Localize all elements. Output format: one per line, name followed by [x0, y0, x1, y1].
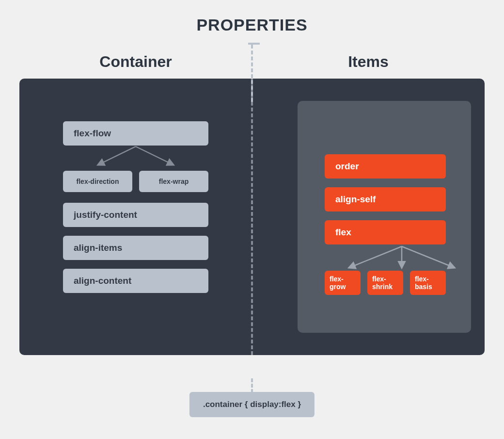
order-pill: order	[325, 154, 446, 179]
flex-direction-pill: flex-direction	[63, 171, 132, 192]
container-column: flex-flow flex-direction flex-wrap justi	[19, 92, 286, 341]
flex-basis-pill: flex-basis	[410, 271, 446, 295]
align-self-pill: align-self	[325, 187, 446, 211]
page-title: PROPERTIES	[0, 0, 504, 34]
flex-grow-pill: flex-grow	[325, 271, 361, 295]
flex-shrink-pill: flex-shrink	[367, 271, 403, 295]
flex-flow-pill: flex-flow	[63, 121, 208, 146]
flex-wrap-pill: flex-wrap	[139, 171, 208, 192]
container-heading: Container	[19, 53, 252, 71]
flex-pill: flex	[325, 220, 446, 244]
divider-mid	[251, 79, 253, 355]
items-column: order align-self flex	[286, 92, 485, 341]
divider-bottom	[251, 378, 253, 393]
align-items-pill: align-items	[63, 236, 208, 260]
items-inner-box: order align-self flex	[298, 101, 471, 333]
divider-top	[251, 45, 253, 102]
footer-code: .container { display:flex }	[189, 392, 315, 417]
items-heading: Items	[252, 53, 485, 71]
main-panel: flex-flow flex-direction flex-wrap justi	[19, 79, 485, 355]
align-content-pill: align-content	[63, 269, 208, 293]
justify-content-pill: justify-content	[63, 203, 208, 227]
